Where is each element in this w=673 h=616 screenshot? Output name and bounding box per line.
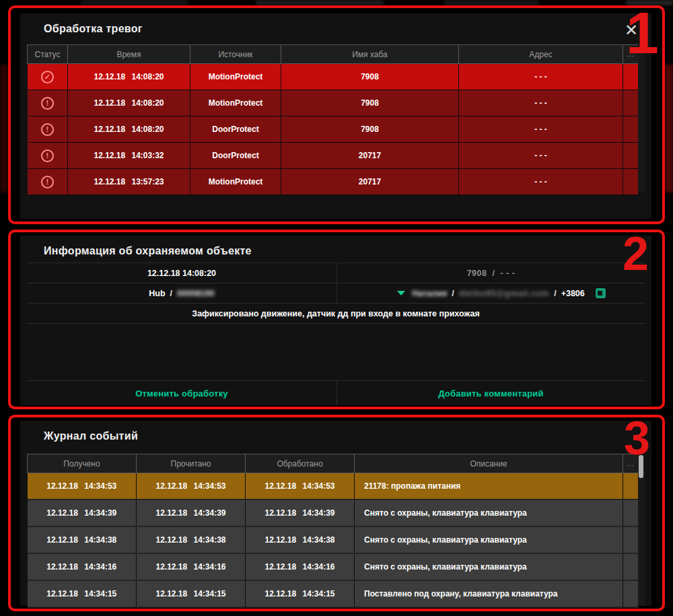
log-received: 12.12.18 14:34:38	[28, 526, 137, 553]
alarm-address: - - -	[459, 90, 623, 116]
col-status: Статус	[28, 45, 68, 64]
annotation-number-3: 3	[624, 419, 650, 459]
alarm-message: Зафиксировано движение, датчик дд при вх…	[192, 309, 479, 318]
log-row-highlighted[interactable]: 12.12.18 14:34:53 12.12.18 14:34:53 12.1…	[28, 473, 639, 500]
log-row[interactable]: 12.12.18 14:34:15 12.12.18 14:34:15 12.1…	[28, 580, 639, 607]
hub-label: Hub	[149, 289, 165, 298]
background-blur	[444, 0, 538, 5]
background-blur	[665, 65, 673, 193]
log-description: 21178: пропажа питания	[355, 473, 623, 500]
add-comment-button[interactable]: Добавить комментарий	[438, 388, 544, 399]
alarm-row[interactable]: ! 12.12.18 14:03:32 DoorProtect 20717 - …	[28, 143, 639, 169]
alarm-source: MotionProtect	[190, 64, 281, 90]
alarm-hub: 20717	[281, 169, 459, 195]
alarm-row[interactable]: ! 12.12.18 14:08:20 MotionProtect 7908 -…	[28, 90, 639, 116]
log-received: 12.12.18 14:34:39	[28, 500, 137, 526]
event-log-panel: Журнал событий Получено Прочитано Обрабо…	[20, 421, 651, 606]
log-received: 12.12.18 14:34:16	[28, 553, 137, 580]
background-blur	[81, 0, 188, 5]
alarm-row-selected[interactable]: ✓ 12.12.18 14:08:20 MotionProtect 7908 -…	[28, 64, 639, 90]
info-panel-title: Информация об охраняемом объекте	[44, 245, 252, 257]
log-processed: 12.12.18 14:34:15	[246, 580, 355, 607]
alarm-address: - - -	[459, 169, 623, 195]
col-read: Прочитано	[137, 454, 246, 473]
log-read: 12.12.18 14:34:38	[137, 526, 246, 553]
status-alert-icon: !	[41, 97, 54, 110]
log-received: 12.12.18 14:34:53	[28, 473, 137, 500]
log-panel-title: Журнал событий	[44, 430, 138, 442]
log-table-header: Получено Прочитано Обработано Описание .…	[28, 454, 639, 473]
alarm-source: DoorProtect	[190, 116, 281, 143]
col-source: Источник	[190, 45, 281, 64]
alarm-row[interactable]: ! 12.12.18 14:08:20 DoorProtect 7908 - -…	[28, 116, 639, 143]
hub-id-blurred: 00008190	[177, 289, 215, 298]
alarm-source: MotionProtect	[190, 90, 281, 116]
alarm-source: MotionProtect	[190, 169, 281, 195]
alarm-table-scrollbar[interactable]	[638, 44, 645, 191]
object-info-panel: Информация об охраняемом объекте 12.12.1…	[20, 236, 651, 405]
chevron-down-icon[interactable]	[397, 291, 405, 296]
log-read: 12.12.18 14:34:53	[137, 473, 246, 500]
alarm-table: Статус Время Источник Имя хаба Адрес ...…	[27, 44, 639, 195]
alarm-hub: 20717	[281, 143, 459, 169]
alarm-row[interactable]: ! 12.12.18 13:57:23 MotionProtect 20717 …	[28, 169, 639, 195]
alarm-time: 12.12.18 14:08:20	[68, 64, 190, 90]
log-description: Снято с охраны, клавиатура клавиатура	[355, 553, 623, 580]
log-description: Снято с охраны, клавиатура клавиатура	[355, 500, 623, 526]
contact-email-blurred: dietbo85@gmail.com	[459, 289, 549, 298]
col-time: Время	[68, 45, 190, 64]
alarm-hub: 7908	[281, 116, 459, 143]
separator: /	[554, 289, 556, 298]
log-processed: 12.12.18 14:34:53	[246, 473, 355, 500]
status-alert-icon: !	[41, 176, 54, 189]
log-description: Поставлено под охрану, клавиатура клавиа…	[355, 580, 623, 607]
col-address: Адрес	[459, 45, 623, 64]
messenger-icon[interactable]	[596, 288, 606, 298]
alarm-address: - - -	[459, 64, 623, 90]
alarm-time: 12.12.18 13:57:23	[68, 169, 190, 195]
cancel-processing-button[interactable]: Отменить обработку	[135, 388, 228, 399]
contact-name-blurred: Наталия	[412, 289, 447, 298]
alarm-address: - - -	[459, 143, 623, 169]
alarm-time: 12.12.18 14:03:32	[68, 143, 190, 169]
alarm-hub: 7908	[281, 90, 459, 116]
alarm-hub: 7908	[281, 64, 459, 90]
annotation-number-2: 2	[623, 234, 649, 275]
log-description: Снято с охраны, клавиатура клавиатура	[355, 526, 623, 553]
hub-number: 7908	[467, 269, 487, 278]
alarm-time: 12.12.18 14:08:20	[68, 116, 190, 143]
status-alert-icon: !	[41, 149, 54, 162]
status-alert-icon: !	[41, 123, 54, 136]
log-processed: 12.12.18 14:34:16	[246, 553, 355, 580]
log-row[interactable]: 12.12.18 14:34:38 12.12.18 14:34:38 12.1…	[28, 526, 639, 553]
log-row[interactable]: 12.12.18 14:34:39 12.12.18 14:34:39 12.1…	[28, 500, 639, 526]
alarm-table-header: Статус Время Источник Имя хаба Адрес ...	[28, 45, 639, 64]
log-read: 12.12.18 14:34:15	[137, 580, 246, 607]
separator: /	[452, 289, 454, 298]
col-processed: Обработано	[246, 454, 355, 473]
background-blur	[256, 0, 384, 5]
event-log-table: Получено Прочитано Обработано Описание .…	[27, 454, 639, 608]
annotation-number-1: 1	[626, 8, 659, 59]
separator: /	[492, 269, 495, 278]
alarm-address: - - -	[459, 116, 623, 143]
log-read: 12.12.18 14:34:16	[137, 553, 246, 580]
alarm-source: DoorProtect	[190, 143, 281, 169]
alarm-panel-title: Обработка тревог	[44, 23, 143, 35]
background-blur	[0, 65, 8, 193]
log-row[interactable]: 12.12.18 14:34:16 12.12.18 14:34:16 12.1…	[28, 553, 639, 580]
alarm-time: 12.12.18 14:08:20	[68, 90, 190, 116]
log-processed: 12.12.18 14:34:38	[246, 526, 355, 553]
address-placeholder: - - -	[500, 269, 515, 278]
event-time: 12.12.18 14:08:20	[147, 269, 216, 278]
contact-phone: +3806	[561, 289, 585, 298]
col-hub-name: Имя хаба	[281, 45, 459, 64]
log-read: 12.12.18 14:34:39	[137, 500, 246, 526]
log-received: 12.12.18 14:34:15	[28, 580, 137, 607]
alarm-processing-panel: Обработка тревог ✕ Статус Время Источник…	[20, 13, 651, 219]
log-processed: 12.12.18 14:34:39	[246, 500, 355, 526]
col-description: Описание	[355, 454, 623, 473]
col-received: Получено	[28, 454, 137, 473]
separator: /	[170, 289, 172, 298]
status-check-icon: ✓	[41, 71, 54, 83]
